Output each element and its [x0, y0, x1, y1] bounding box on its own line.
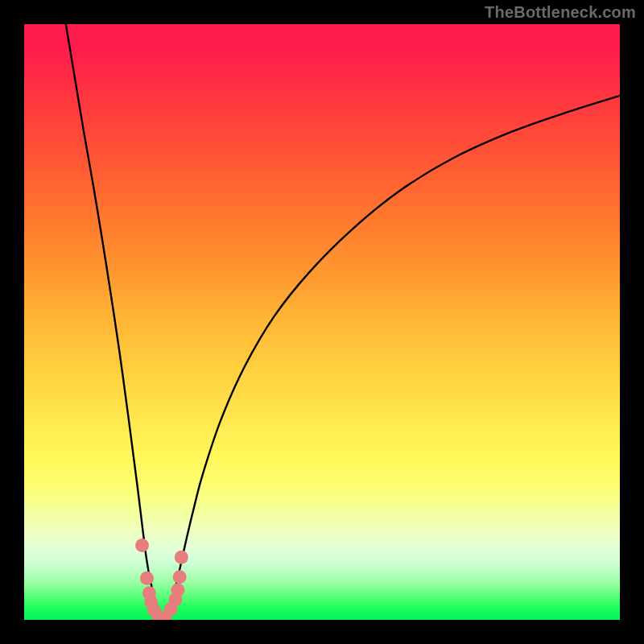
chart-frame: TheBottleneck.com	[0, 0, 644, 644]
watermark-text: TheBottleneck.com	[485, 3, 636, 22]
gradient-background	[24, 24, 620, 620]
plot-area	[24, 24, 620, 620]
